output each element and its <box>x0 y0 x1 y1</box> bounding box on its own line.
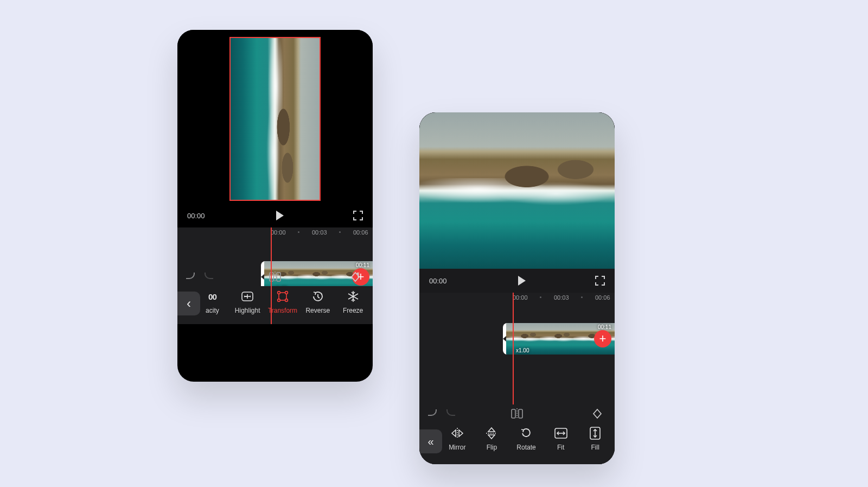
clip-speed: x1.00 <box>516 347 529 353</box>
undo-button[interactable] <box>427 408 438 419</box>
reverse-icon <box>311 289 325 303</box>
ruler-dot <box>581 296 583 298</box>
toolbar-label: Reverse <box>305 307 330 314</box>
video-frame-image <box>419 112 615 269</box>
ruler-tick: 00:00 <box>513 294 528 301</box>
phone-left: 00:00 00:00 00:03 00:06 00:11 x1.00 + <box>177 30 373 382</box>
toolbar-fit[interactable]: Fit <box>544 426 578 451</box>
playbar: 00:00 <box>177 204 373 227</box>
svg-marker-27 <box>488 428 495 432</box>
playhead[interactable] <box>513 293 514 404</box>
svg-line-12 <box>318 297 320 298</box>
toolbar: Mirror Flip Rotate Fit <box>419 423 615 464</box>
toolbar-label: Highlight <box>235 307 260 314</box>
toolbar-label: Freeze <box>343 307 363 314</box>
rotate-icon <box>519 426 533 440</box>
ruler-dot <box>540 296 541 298</box>
svg-point-9 <box>278 299 280 302</box>
fullscreen-button[interactable] <box>595 276 605 286</box>
fullscreen-button[interactable] <box>353 211 363 220</box>
toolbar-fill[interactable]: Fill <box>578 426 612 451</box>
play-button[interactable] <box>276 211 284 220</box>
svg-rect-20 <box>512 409 515 418</box>
toolbar-rotate[interactable]: Rotate <box>509 426 544 451</box>
toolbar-label: Transform <box>268 307 297 314</box>
ruler-tick: 00:00 <box>271 229 286 236</box>
time-ruler: 00:00 00:03 00:06 <box>177 227 373 241</box>
svg-rect-2 <box>277 273 280 281</box>
fit-icon <box>554 426 568 440</box>
split-button[interactable] <box>511 408 523 419</box>
keyframe-button[interactable] <box>350 271 361 282</box>
toolbar-label: Rotate <box>516 444 535 451</box>
redo-button[interactable] <box>203 271 214 282</box>
keyframe-button[interactable] <box>592 408 603 419</box>
svg-point-8 <box>285 292 288 294</box>
ruler-dot <box>298 231 299 233</box>
ruler-tick: 00:06 <box>595 294 610 301</box>
toolbar-freeze[interactable]: Freeze <box>335 289 371 314</box>
time-ruler: 00:00 00:03 00:06 <box>419 293 615 306</box>
toolbar-highlight[interactable]: Highlight <box>230 289 265 314</box>
flip-icon <box>484 426 499 440</box>
chevrons-left-icon: « <box>427 435 433 448</box>
toolbar-label: Flip <box>487 444 497 451</box>
svg-point-7 <box>278 292 280 294</box>
svg-rect-22 <box>519 409 522 418</box>
phone-right: 00:00 00:00 00:03 00:06 00:11 x1.00 + <box>419 112 615 464</box>
freeze-icon <box>346 289 360 303</box>
ruler-tick: 00:03 <box>312 229 327 236</box>
back-button[interactable]: « <box>419 429 442 453</box>
ruler-tick: 00:06 <box>353 229 368 236</box>
playhead[interactable] <box>271 227 272 324</box>
current-time: 00:00 <box>429 277 447 285</box>
svg-marker-25 <box>459 430 463 437</box>
fill-icon <box>588 426 602 440</box>
toolbar-label: Fill <box>591 444 599 451</box>
timeline-quickbar <box>177 268 373 286</box>
timeline[interactable]: 00:00 00:03 00:06 00:11 x1.00 + <box>177 227 373 324</box>
ruler-dot <box>339 231 341 233</box>
current-time: 00:00 <box>187 212 205 220</box>
add-clip-button[interactable]: + <box>594 330 611 347</box>
chevron-left-icon: ‹ <box>187 296 191 311</box>
clip-duration: 00:11 <box>598 324 611 330</box>
ruler-tick: 00:03 <box>554 294 569 301</box>
transform-icon <box>276 289 290 303</box>
timeline[interactable]: 00:00 00:03 00:06 00:11 x1.00 + <box>419 293 615 464</box>
crop-frame[interactable] <box>229 37 321 201</box>
toolbar: 00 acity Highlight Transform Reverse <box>177 286 373 324</box>
svg-marker-28 <box>488 435 495 439</box>
svg-marker-24 <box>452 430 456 437</box>
opacity-icon: 00 <box>205 289 219 303</box>
back-button[interactable]: ‹ <box>177 292 200 315</box>
svg-point-10 <box>285 299 288 302</box>
toolbar-label: Mirror <box>449 444 465 451</box>
video-preview[interactable] <box>419 112 615 269</box>
redo-button[interactable] <box>445 408 456 419</box>
toolbar-label: Fit <box>557 444 564 451</box>
video-frame-image <box>229 37 321 200</box>
undo-button[interactable] <box>185 271 196 282</box>
highlight-icon <box>240 289 254 303</box>
toolbar-label: acity <box>206 307 219 314</box>
video-preview[interactable] <box>177 30 373 204</box>
video-clip[interactable]: 00:11 x1.00 + <box>503 323 615 355</box>
toolbar-mirror[interactable]: Mirror <box>440 426 475 451</box>
mirror-icon <box>450 426 464 440</box>
play-button[interactable] <box>518 276 526 286</box>
toolbar-flip[interactable]: Flip <box>475 426 509 451</box>
timeline-quickbar <box>419 404 615 423</box>
toolbar-reverse[interactable]: Reverse <box>300 289 335 314</box>
playbar: 00:00 <box>419 269 615 293</box>
